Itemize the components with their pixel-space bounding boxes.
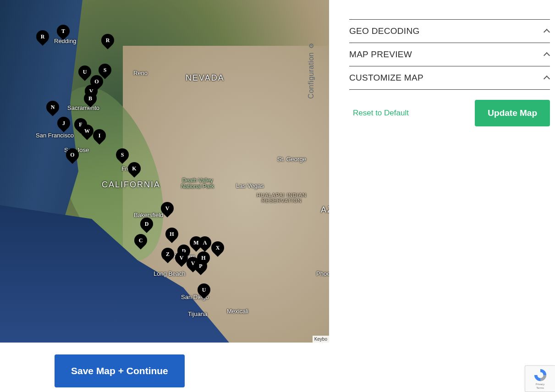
map-marker-letter: X: [211, 241, 224, 254]
map-preview[interactable]: ReddingRenoNEVADASacramentoSan Francisco…: [0, 0, 329, 343]
section-header[interactable]: CUSTOMIZE MAP: [349, 66, 550, 90]
map-marker-letter: Z: [161, 248, 174, 261]
side-panel: GEO DECODINGMAP PREVIEWCUSTOMIZE MAP Res…: [349, 19, 550, 126]
map-marker-letter: I: [93, 129, 106, 142]
map-marker[interactable]: K: [125, 159, 143, 178]
configuration-tab[interactable]: ⚙ Configuration: [307, 42, 315, 99]
recaptcha-badge[interactable]: Privacy Terms: [525, 365, 555, 392]
map-marker[interactable]: J: [55, 114, 73, 132]
map-marker[interactable]: I: [90, 126, 109, 145]
map-marker[interactable]: R: [99, 31, 117, 49]
map-marker-letter: H: [165, 228, 178, 240]
actions-row: Reset to Default Update Map: [349, 90, 550, 126]
map-marker-letter: O: [66, 148, 79, 161]
map-marker-letter: V: [161, 202, 174, 215]
map-marker-letter: T: [57, 25, 70, 38]
map-marker[interactable]: S: [113, 146, 132, 164]
reset-to-default-link[interactable]: Reset to Default: [353, 109, 409, 118]
map-marker-letter: N: [46, 101, 59, 114]
recaptcha-privacy: Privacy: [536, 383, 545, 386]
map-marker[interactable]: O: [63, 146, 82, 164]
save-map-continue-button[interactable]: Save Map + Continue: [55, 354, 185, 387]
map-marker-letter: B: [84, 92, 97, 105]
map-terrain: [0, 0, 329, 343]
update-map-button[interactable]: Update Map: [475, 100, 550, 126]
map-marker[interactable]: X: [209, 239, 227, 257]
recaptcha-terms: Terms: [536, 387, 544, 389]
map-marker-letter: W: [81, 125, 93, 137]
map-marker-letter: A: [198, 236, 211, 249]
map-marker-letter: J: [57, 117, 70, 130]
map-marker[interactable]: B: [81, 89, 99, 108]
map-marker-letter: P: [194, 260, 207, 272]
map-marker-letter: U: [78, 65, 91, 78]
section-title: GEO DECODING: [349, 26, 420, 36]
section-header[interactable]: GEO DECODING: [349, 19, 550, 43]
map-marker[interactable]: T: [54, 22, 72, 40]
map-marker[interactable]: V: [158, 199, 176, 218]
map-marker[interactable]: Z: [159, 245, 177, 263]
map-marker[interactable]: R: [33, 27, 52, 46]
chevron-up-icon: [544, 51, 550, 58]
configuration-tab-label: Configuration: [307, 52, 315, 99]
chevron-up-icon: [544, 28, 550, 34]
map-marker[interactable]: P: [192, 257, 210, 275]
map-marker-letter: R: [101, 34, 114, 47]
section-title: CUSTOMIZE MAP: [349, 73, 423, 83]
map-marker-letter: K: [128, 162, 141, 175]
map-marker-letter: D: [140, 218, 153, 230]
map-marker[interactable]: D: [137, 215, 156, 233]
map-marker[interactable]: U: [195, 281, 213, 299]
map-marker-letter: S: [99, 64, 111, 76]
map-marker[interactable]: N: [44, 98, 62, 116]
section-title: MAP PREVIEW: [349, 49, 412, 60]
section-header[interactable]: MAP PREVIEW: [349, 43, 550, 66]
map-marker-letter: S: [116, 148, 129, 161]
map-marker-letter: C: [134, 234, 147, 247]
map-marker-letter: U: [198, 283, 210, 296]
map-marker-letter: R: [36, 30, 49, 43]
gear-icon: ⚙: [308, 42, 314, 49]
chevron-up-icon: [544, 75, 550, 81]
map-marker[interactable]: C: [132, 231, 150, 250]
map-attribution: Keybo: [313, 336, 329, 343]
recaptcha-icon: [533, 368, 547, 382]
map-marker[interactable]: H: [163, 225, 181, 243]
